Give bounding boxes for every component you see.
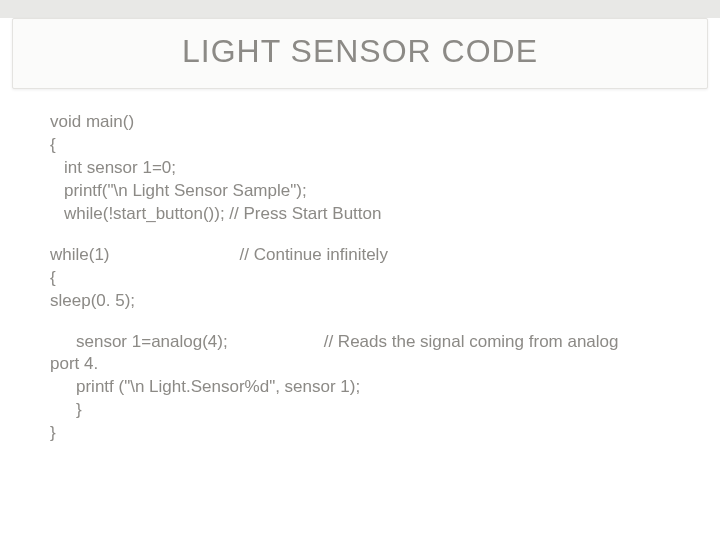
code-comment: // Continue infinitely <box>240 245 388 264</box>
code-line: printf ("\n Light.Sensor%d", sensor 1); <box>50 376 680 399</box>
code-line: port 4. <box>50 353 680 376</box>
code-line: void main() <box>50 111 680 134</box>
code-line: int sensor 1=0; <box>50 157 680 180</box>
code-line: while(!start_button()); // Press Start B… <box>50 203 680 226</box>
code-line: } <box>50 399 680 422</box>
code-line: sensor 1=analog(4);// Reads the signal c… <box>50 331 680 354</box>
code-line: { <box>50 267 680 290</box>
slide-title: LIGHT SENSOR CODE <box>23 33 697 70</box>
code-comment: // Reads the signal coming from analog <box>324 332 619 351</box>
code-text: while(1) <box>50 245 110 264</box>
code-line: sleep(0. 5); <box>50 290 680 313</box>
code-line: { <box>50 134 680 157</box>
code-text: sensor 1=analog(4); <box>50 332 228 351</box>
slide: LIGHT SENSOR CODE void main() { int sens… <box>0 18 720 540</box>
code-block-3: sensor 1=analog(4);// Reads the signal c… <box>50 331 680 446</box>
code-block-1: void main() { int sensor 1=0; printf("\n… <box>50 111 680 226</box>
title-container: LIGHT SENSOR CODE <box>12 18 708 89</box>
code-line: } <box>50 422 680 445</box>
code-block-2: while(1)// Continue infinitely { sleep(0… <box>50 244 680 313</box>
code-line: printf("\n Light Sensor Sample"); <box>50 180 680 203</box>
code-line: while(1)// Continue infinitely <box>50 244 680 267</box>
code-body: void main() { int sensor 1=0; printf("\n… <box>0 89 720 445</box>
